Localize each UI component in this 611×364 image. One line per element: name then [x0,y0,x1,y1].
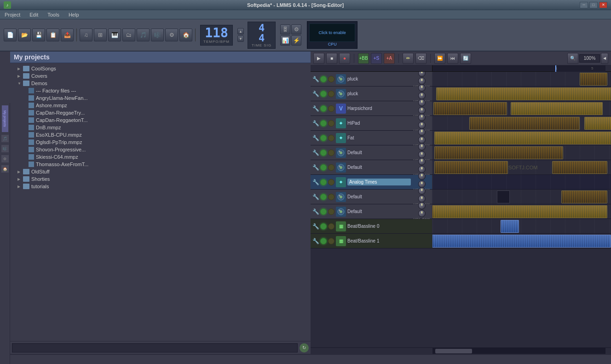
pattern-block[interactable] [433,102,507,115]
tree-item-capdan[interactable]: CapDan-ReggaeTry... [10,109,311,116]
record-button[interactable]: ● [339,53,350,64]
export-button[interactable]: 📤 [61,29,74,41]
tree-item-skiessi[interactable]: Skiessi-C64.mmpz [10,153,311,161]
track-vol-knob-10[interactable] [418,202,426,209]
track-patterns-1[interactable] [432,72,611,86]
track-patterns-12[interactable] [432,234,611,248]
track-mute-2[interactable] [320,91,327,97]
track-wrench-2[interactable]: 🔧 [312,89,319,99]
tree-item-angryLlama[interactable]: AngryLlama-NewFan... [10,94,311,102]
pattern-block[interactable] [584,117,611,130]
tab-samples[interactable]: 🎼 [1,144,9,153]
tree-item-thomasso[interactable]: Thomasso-AxeFromT... [10,161,311,168]
track-patterns-6[interactable] [432,145,611,160]
tree-item-factory[interactable]: --- Factory files --- [10,87,311,94]
track-patterns-11[interactable] [432,219,611,233]
cpu-section[interactable]: Click to enable CPU [307,21,357,49]
track-vol-knob-8[interactable] [418,173,426,180]
tab-my-projects[interactable]: My projects [1,105,9,133]
tree-item-oglsdl[interactable]: OglsdI-PpTrip.mmpz [10,139,311,146]
track-patterns-2[interactable] [432,87,611,101]
track-mute-7[interactable] [320,164,327,171]
track-pan-knob-10[interactable] [418,210,426,217]
misc-button[interactable]: ⚡ [291,35,301,46]
menu-help[interactable]: Help [67,11,81,18]
track-mute-6[interactable] [320,150,327,156]
track-patterns-7[interactable]: JSOFTJ.COM [432,160,611,174]
track-wrench-6[interactable]: 🔧 [312,148,319,158]
track-vol-knob-3[interactable] [418,99,426,106]
track-patterns-10[interactable] [432,204,611,219]
track-mute-11[interactable] [320,223,327,230]
track-wrench-9[interactable]: 🔧 [312,192,319,202]
horizontal-scrollbar[interactable] [311,347,611,354]
tempo-value[interactable]: 118 [205,27,228,40]
track-pan-knob-7[interactable] [418,166,426,173]
samples-button[interactable]: 🎼 [151,29,164,41]
tab-presets[interactable]: ⚙ [1,155,9,163]
track-vol-knob-6[interactable] [418,143,426,150]
song-editor-button[interactable]: ♫ [80,29,92,41]
add-automation-button[interactable]: +A [384,53,395,64]
pattern-block-blue[interactable] [501,220,519,233]
track-pan-knob-2[interactable] [418,92,426,99]
tree-item-covers[interactable]: ▶ Covers [10,72,311,80]
track-pan-knob-1[interactable] [418,77,426,85]
track-pan-knob-9[interactable] [418,195,426,202]
pattern-block[interactable] [561,191,607,203]
home-button[interactable]: 🏠 [179,29,192,41]
track-mute-8[interactable] [320,179,327,185]
track-wrench-10[interactable]: 🔧 [312,207,319,217]
tree-item-oldstuff[interactable]: ▶ OldStuff [10,168,311,175]
track-wrench-3[interactable]: 🔧 [312,104,319,114]
pattern-block[interactable] [434,132,611,144]
track-solo-7[interactable] [328,164,334,171]
viz-button[interactable]: 📊 [280,35,290,46]
move-left-button[interactable]: ⏩ [434,53,445,64]
move-to-start-button[interactable]: ⏮ [447,53,458,64]
track-solo-4[interactable] [328,120,334,127]
scrollbar-thumb[interactable] [435,349,472,353]
track-pan-knob-3[interactable] [418,107,426,114]
tab-home[interactable]: 🏠 [1,165,9,173]
track-vol-knob-9[interactable] [418,187,426,195]
save-as-button[interactable]: 📋 [46,29,59,41]
tree-item-esoxlb[interactable]: EsoXLB-CPU.mmpz [10,131,311,139]
track-mute-1[interactable] [320,76,327,82]
pattern-block[interactable] [434,146,563,159]
track-wrench-12[interactable]: 🔧 [312,236,319,246]
track-patterns-3[interactable] [432,101,611,116]
track-solo-10[interactable] [328,208,334,215]
tree-item-ashore[interactable]: Ashore.mmpz [10,102,311,109]
projects-button[interactable]: 🗂 [122,29,135,41]
zoom-icon[interactable]: 🔍 [567,53,578,64]
track-wrench-4[interactable]: 🔧 [312,118,319,128]
track-mute-4[interactable] [320,120,327,127]
tree-item-shorties[interactable]: ▶ Shorties [10,175,311,183]
tree-item-dnb[interactable]: DnB.mmpz [10,124,311,131]
track-solo-12[interactable] [328,238,334,244]
save-button[interactable]: 💾 [32,29,45,41]
pattern-block[interactable] [434,161,508,174]
pattern-block[interactable] [469,117,580,130]
menu-tools[interactable]: Tools [46,11,61,18]
track-solo-6[interactable] [328,150,334,156]
loop-button[interactable]: 🔄 [460,53,471,64]
track-pan-knob-5[interactable] [418,136,426,144]
pattern-block[interactable] [497,191,510,203]
track-mute-3[interactable] [320,105,327,112]
timesig-bottom[interactable]: 4 [259,33,265,43]
pattern-block-blue-large[interactable] [432,235,611,248]
close-button[interactable]: ✕ [599,2,607,8]
tree-item-shovon[interactable]: Shovon-Progressive... [10,146,311,153]
track-patterns-5[interactable] [432,131,611,145]
track-vol-knob-1[interactable] [418,72,426,77]
tempo-up-button[interactable]: ▲ [237,28,244,35]
track-wrench-5[interactable]: 🔧 [312,133,319,143]
timesig-top[interactable]: 4 [259,23,265,33]
add-bb-button[interactable]: +BB [358,53,369,64]
track-solo-11[interactable] [328,223,334,230]
maximize-button[interactable]: □ [589,2,598,8]
instruments-button[interactable]: 🎵 [137,29,150,41]
track-solo-1[interactable] [328,76,334,82]
